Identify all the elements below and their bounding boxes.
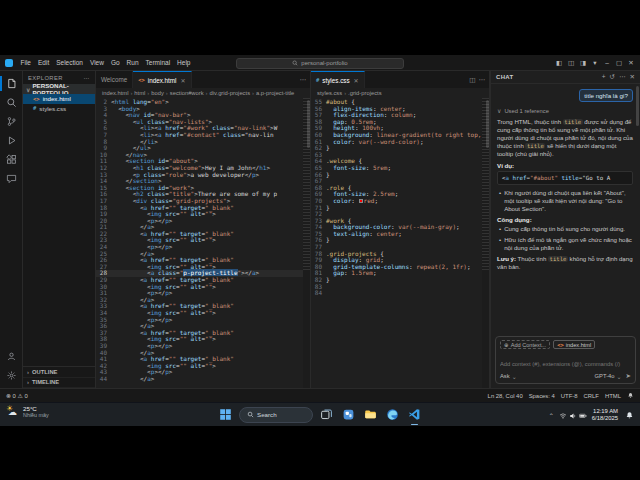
split-editor-icon[interactable]: ◫ — [469, 76, 475, 84]
code-line[interactable]: 44 </a> — [96, 376, 303, 383]
more-icon[interactable]: ⋯ — [619, 73, 626, 81]
tab-styles.css[interactable]: #styles.css✕ — [311, 71, 365, 88]
status-spaces[interactable]: Spaces: 4 — [529, 393, 555, 399]
file-item-styles.css[interactable]: #styles.css — [23, 104, 95, 114]
tray-status-icons[interactable] — [559, 406, 587, 424]
status-crlf[interactable]: CRLF — [584, 393, 599, 399]
customize-layout-icon[interactable]: ▾ — [589, 55, 601, 70]
breadcrumb-item[interactable]: html — [134, 90, 145, 96]
volume-icon[interactable] — [569, 406, 577, 424]
breadcrumb-item[interactable]: a.p-project-title — [256, 90, 294, 96]
code-line[interactable]: 76} — [311, 237, 482, 244]
new-chat-icon[interactable]: + — [602, 73, 606, 81]
code-line[interactable]: 81 gap: 1.5rem; — [311, 270, 482, 277]
breadcrumb-item[interactable]: styles.css — [317, 90, 342, 96]
menu-file[interactable]: File — [17, 57, 34, 68]
tray-overflow-icon[interactable]: ⌃ — [549, 412, 554, 419]
code-line[interactable]: 66} — [311, 172, 482, 179]
menu-selection[interactable]: Selection — [53, 57, 87, 68]
more-actions-icon[interactable]: ⋯ — [84, 75, 90, 81]
explorer-icon[interactable] — [0, 74, 22, 93]
problems-indicator[interactable]: ⊗ 0 ⚠ 0 — [6, 393, 28, 399]
chat-model-picker[interactable]: GPT-4o ⌄ — [595, 373, 622, 380]
extensions-icon[interactable] — [0, 150, 22, 169]
code-line[interactable]: 70 color: red; — [311, 198, 482, 205]
editor-scrollbar[interactable] — [486, 100, 489, 148]
source-control-icon[interactable] — [0, 112, 22, 131]
chat-input[interactable] — [500, 359, 631, 369]
file-item-index.html[interactable]: <>index.html — [23, 94, 95, 104]
chat-conversation: title nghĩa là gì? ∨ Used 1 reference Tr… — [491, 84, 640, 333]
code-line[interactable]: 71} — [311, 205, 482, 212]
close-icon[interactable]: ✕ — [354, 77, 359, 84]
chat-reference-row[interactable]: ∨ Used 1 reference — [497, 107, 633, 114]
code-line[interactable]: 75 text-align: center; — [311, 231, 482, 238]
sidebar-section-timeline[interactable]: ›TIMELINE — [23, 378, 95, 389]
breadcrumb-item[interactable]: .grid-projects — [348, 90, 382, 96]
chat-scrollbar[interactable] — [636, 86, 639, 126]
toggle-secondary-sidebar-icon[interactable]: ◨ — [577, 55, 589, 70]
account-icon[interactable] — [0, 347, 22, 366]
code-area: 2<html lang="en">3 <body>4 <nav id="nav-… — [96, 98, 310, 388]
taskbar-app-edge[interactable] — [384, 406, 401, 423]
code-line[interactable]: 61 color: var(--word-color); — [311, 139, 482, 146]
editor-scrollbar[interactable] — [307, 100, 310, 148]
current-file-chip[interactable]: <> index.html — [553, 340, 595, 349]
chat-icon[interactable] — [0, 169, 22, 188]
close-icon[interactable]: ✕ — [625, 55, 637, 70]
tab-Welcome[interactable]: Welcome — [96, 71, 133, 88]
history-icon[interactable]: ↺ — [610, 73, 615, 81]
breadcrumb-item[interactable]: body — [151, 90, 164, 96]
breadcrumb-item[interactable]: div.grid-projects — [210, 90, 251, 96]
breadcrumb-item[interactable]: index.html — [102, 90, 128, 96]
taskbar-app-vscode[interactable] — [406, 406, 423, 423]
close-icon[interactable]: ✕ — [180, 77, 185, 84]
menu-view[interactable]: View — [86, 57, 107, 68]
taskbar-clock[interactable]: 12:19 AM 6/18/2025 — [592, 408, 618, 422]
folder-root[interactable]: ∨ PERSONAL-PORTFOLIO — [23, 84, 95, 94]
code-line[interactable]: 62} — [311, 145, 482, 152]
menu-help[interactable]: Help — [174, 57, 194, 68]
sidebar-section-outline[interactable]: ›OUTLINE — [23, 367, 95, 378]
taskbar-app-widgets[interactable] — [340, 406, 357, 423]
bullet-icon: • — [499, 225, 501, 233]
more-icon[interactable]: ⋯ — [479, 76, 486, 84]
wifi-icon[interactable] — [559, 406, 567, 424]
taskbar-app-file-explorer[interactable] — [362, 406, 379, 423]
start-button[interactable] — [217, 406, 234, 423]
settings-icon[interactable] — [0, 366, 22, 385]
notification-bell-icon[interactable] — [623, 409, 636, 422]
status-ln[interactable]: Ln 28, Col 40 — [488, 393, 523, 399]
taskbar-weather-widget[interactable]: ☀☁ 25°C Nhiều mây — [6, 405, 49, 418]
code-line[interactable]: 82} — [311, 277, 482, 284]
breadcrumb-item[interactable]: section#work — [170, 90, 204, 96]
battery-icon[interactable] — [579, 406, 587, 424]
minimize-icon[interactable]: – — [601, 55, 613, 70]
code-line[interactable]: 83 — [311, 284, 482, 291]
menu-go[interactable]: Go — [107, 57, 123, 68]
tab-index.html[interactable]: <>index.html✕ — [133, 71, 191, 88]
command-center-search[interactable]: personal-portfolio — [236, 58, 404, 69]
code-text: gap: 1.5rem; — [326, 270, 377, 277]
close-icon[interactable]: ✕ — [630, 73, 635, 81]
more-icon[interactable]: ⋯ — [300, 76, 307, 84]
code-line[interactable]: 84 — [311, 290, 482, 297]
maximize-icon[interactable]: ▢ — [613, 55, 625, 70]
menu-terminal[interactable]: Terminal — [142, 57, 174, 68]
taskbar-search[interactable]: Search — [239, 407, 313, 423]
menu-run[interactable]: Run — [123, 57, 142, 68]
search-icon[interactable] — [0, 93, 22, 112]
toggle-sidebar-icon[interactable]: ◧ — [553, 55, 565, 70]
menu-edit[interactable]: Edit — [34, 57, 52, 68]
taskbar-app-task-view[interactable] — [318, 406, 335, 423]
status-utf8[interactable]: UTF-8 — [561, 393, 578, 399]
run-debug-icon[interactable] — [0, 131, 22, 150]
bell-icon[interactable] — [627, 392, 634, 399]
code-line[interactable]: 65 font-size: 5rem; — [311, 165, 482, 172]
add-context-button[interactable]: ⊕ Add Context... — [500, 340, 550, 349]
chat-send-button[interactable]: ➤ — [626, 372, 631, 380]
status-html[interactable]: HTML — [605, 393, 621, 399]
toggle-panel-icon[interactable]: ◫ — [565, 55, 577, 70]
sidebar-section-label: OUTLINE — [32, 369, 57, 375]
chat-mode-picker[interactable]: Ask ⌄ — [500, 373, 517, 380]
